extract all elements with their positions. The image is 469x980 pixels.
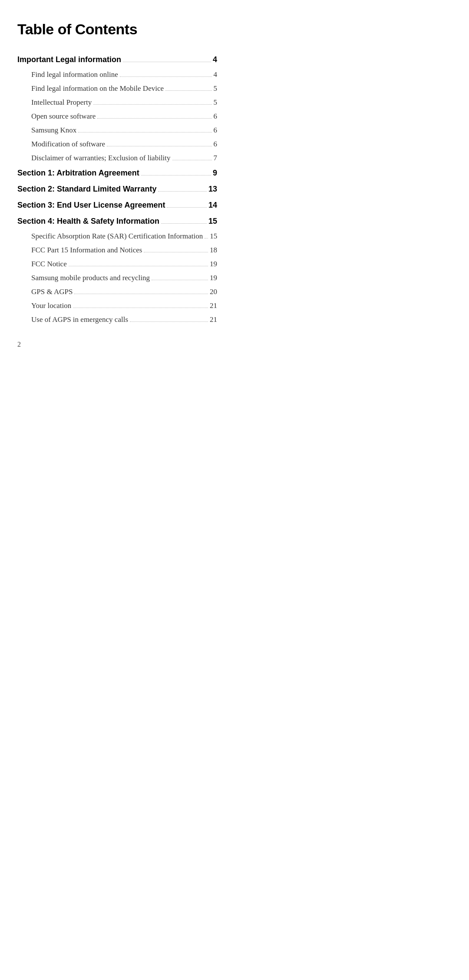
page-title: Table of Contents	[17, 21, 217, 38]
toc-page: 21	[210, 315, 217, 324]
toc-item[interactable]: Section 2: Standard Limited Warranty 13	[17, 181, 217, 197]
toc-page: 15	[210, 232, 217, 241]
toc-page: 6	[214, 140, 218, 149]
toc-label: Modification of software	[31, 140, 105, 149]
toc-label: Use of AGPS in emergency calls	[31, 315, 128, 324]
toc-item[interactable]: Section 3: End User License Agreement 14	[17, 197, 217, 213]
toc-item[interactable]: Open source software 6	[17, 109, 217, 123]
toc-item[interactable]: FCC Notice 19	[17, 257, 217, 271]
toc-item[interactable]: Samsung mobile products and recycling 19	[17, 271, 217, 285]
toc-label: Section 1: Arbitration Agreement	[17, 169, 139, 178]
toc-page: 5	[214, 98, 218, 107]
toc-item[interactable]: Section 1: Arbitration Agreement 9	[17, 165, 217, 181]
toc-item[interactable]: Intellectual Property 5	[17, 96, 217, 109]
toc-item[interactable]: Disclaimer of warranties; Exclusion of l…	[17, 151, 217, 165]
toc-label: GPS & AGPS	[31, 288, 73, 296]
toc-label: Find legal information online	[31, 70, 118, 79]
toc-page: 21	[210, 301, 217, 310]
toc-item[interactable]: Use of AGPS in emergency calls 21	[17, 313, 217, 327]
toc-label: FCC Part 15 Information and Notices	[31, 246, 142, 255]
toc-item[interactable]: Samsung Knox 6	[17, 123, 217, 137]
toc-label: Find legal information on the Mobile Dev…	[31, 84, 164, 93]
toc-page: 18	[210, 246, 217, 255]
toc-label: Samsung Knox	[31, 126, 76, 135]
toc-item[interactable]: Find legal information online 4	[17, 68, 217, 82]
toc-page: 19	[210, 274, 217, 282]
toc-page: 15	[208, 217, 217, 226]
toc-label: Open source software	[31, 112, 96, 121]
toc-item[interactable]: Modification of software 6	[17, 137, 217, 151]
toc-item[interactable]: Section 4: Health & Safety Information 1…	[17, 213, 217, 229]
toc-label: Important Legal information	[17, 55, 121, 64]
toc-page: 5	[214, 84, 218, 93]
toc-page: 9	[213, 169, 217, 178]
toc-page: 4	[213, 55, 217, 64]
toc-label: Section 4: Health & Safety Information	[17, 217, 159, 226]
toc-item[interactable]: Important Legal information 4	[17, 52, 217, 68]
toc-page: 13	[208, 185, 217, 194]
toc-label: FCC Notice	[31, 260, 67, 268]
toc-page: 20	[210, 288, 217, 296]
toc-item[interactable]: Specific Absorption Rate (SAR) Certifica…	[17, 229, 217, 243]
toc-item[interactable]: Find legal information on the Mobile Dev…	[17, 82, 217, 96]
toc-page: 6	[214, 126, 218, 135]
toc-label: Disclaimer of warranties; Exclusion of l…	[31, 154, 171, 162]
toc-label: Your location	[31, 301, 71, 310]
toc-page: 19	[210, 260, 217, 268]
toc-item[interactable]: GPS & AGPS 20	[17, 285, 217, 299]
page-number: 2	[17, 341, 217, 348]
toc-label: Intellectual Property	[31, 98, 92, 107]
toc-page: 7	[214, 154, 218, 162]
toc-page: 14	[208, 201, 217, 210]
toc-list: Important Legal information 4 Find legal…	[17, 52, 217, 327]
toc-label: Section 3: End User License Agreement	[17, 201, 165, 210]
toc-page: 4	[214, 70, 218, 79]
toc-label: Specific Absorption Rate (SAR) Certifica…	[31, 232, 203, 241]
toc-item[interactable]: FCC Part 15 Information and Notices 18	[17, 243, 217, 257]
toc-page: 6	[214, 112, 218, 121]
toc-item[interactable]: Your location 21	[17, 299, 217, 313]
toc-label: Section 2: Standard Limited Warranty	[17, 185, 156, 194]
toc-label: Samsung mobile products and recycling	[31, 274, 150, 282]
